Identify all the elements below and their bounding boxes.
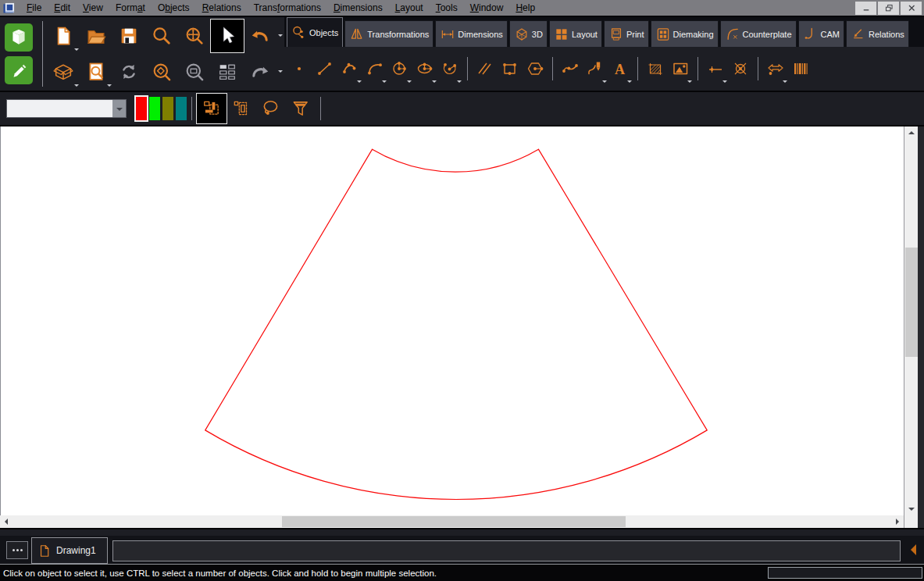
document-tabs: Drawing1 (28, 536, 108, 564)
menu-view[interactable]: View (77, 0, 109, 16)
swatch-green[interactable] (149, 97, 160, 120)
arc-3pt-button[interactable] (437, 53, 462, 84)
select-arrow-button[interactable] (211, 20, 244, 52)
cone-development-outline[interactable] (205, 149, 707, 499)
double-arrow-icon (766, 59, 785, 78)
lasso-button[interactable] (256, 94, 286, 123)
tab-label: Layout (572, 30, 598, 39)
refresh-button[interactable] (112, 55, 145, 88)
point-button[interactable] (287, 53, 312, 84)
application-icon[interactable] (3, 2, 16, 14)
vertical-scrollbar-thumb[interactable] (905, 248, 918, 357)
image-button[interactable] (668, 53, 693, 84)
tab-print[interactable]: Print (604, 20, 649, 47)
menu-window[interactable]: Window (464, 0, 510, 16)
arc-start-button[interactable] (337, 53, 362, 84)
tab-cam[interactable]: CAM (798, 20, 844, 47)
menu-tools[interactable]: Tools (430, 0, 464, 16)
new-document-button[interactable] (47, 20, 80, 52)
menu-transformations[interactable]: Transformations (248, 0, 327, 16)
freehand-pen-icon (586, 59, 605, 78)
select-objects-icon (202, 98, 222, 119)
line-button[interactable] (312, 53, 337, 84)
menu-layout[interactable]: Layout (389, 0, 430, 16)
center-mark-button[interactable] (728, 53, 753, 84)
svg-text:A: A (615, 62, 625, 77)
spline-icon (561, 59, 580, 78)
menu-relations[interactable]: Relations (196, 0, 248, 16)
pan-zoom-button[interactable] (178, 20, 211, 52)
zoom-icon (151, 25, 173, 47)
tab-transformations[interactable]: Transformations (344, 20, 433, 47)
tab-overflow-button[interactable] (6, 541, 28, 559)
edit-pencil-button[interactable] (5, 56, 33, 84)
rectangle-button[interactable] (498, 53, 523, 84)
hatch-button[interactable] (643, 53, 668, 84)
style-combo-dropdown-button[interactable] (112, 100, 126, 117)
tab-strip-collapse-button[interactable] (907, 542, 919, 558)
circle-button[interactable] (387, 53, 412, 84)
print-preview-icon (85, 61, 107, 83)
text-button[interactable]: A (608, 53, 633, 84)
close-button[interactable] (901, 2, 922, 15)
select-inside-button[interactable] (227, 94, 256, 123)
open-folder-icon (85, 25, 107, 47)
redo-button[interactable] (244, 55, 284, 88)
tab-layout[interactable]: Layout (549, 20, 602, 47)
window-layout-button[interactable] (211, 55, 244, 88)
save-button[interactable] (112, 20, 145, 52)
point-icon (291, 59, 309, 78)
polygon-button[interactable] (523, 53, 548, 84)
spline-button[interactable] (558, 53, 583, 84)
style-combo-input[interactable] (7, 100, 112, 117)
dimension-line-button[interactable] (703, 53, 728, 84)
tab-dimensions[interactable]: Dimensions (435, 20, 507, 47)
parallel-lines-icon (476, 59, 494, 78)
freehand-pen-button[interactable] (583, 53, 608, 84)
scroll-up-button[interactable] (904, 127, 918, 139)
tab-objects[interactable]: Objects (287, 17, 343, 47)
select-objects-button[interactable] (197, 94, 227, 123)
scroll-down-button[interactable] (904, 503, 918, 515)
horizontal-scrollbar-thumb[interactable] (282, 516, 626, 527)
swatch-olive[interactable] (162, 97, 173, 120)
barcode-button[interactable] (788, 53, 813, 84)
scroll-right-button[interactable] (891, 515, 904, 528)
menu-file[interactable]: File (20, 0, 48, 16)
tab-relations[interactable]: Relations (846, 20, 909, 47)
swatch-red[interactable] (136, 97, 147, 120)
undo-button[interactable] (244, 20, 284, 52)
open-folder-button[interactable] (80, 20, 112, 52)
tab-3d[interactable]: 3D (509, 20, 548, 47)
menu-format[interactable]: Format (109, 0, 152, 16)
double-arrow-button[interactable] (763, 53, 788, 84)
vertical-scrollbar[interactable] (904, 127, 918, 515)
horizontal-scrollbar[interactable] (0, 515, 904, 528)
filter-funnel-button[interactable] (286, 94, 316, 123)
arc-end-button[interactable] (362, 53, 387, 84)
menu-help[interactable]: Help (509, 0, 541, 16)
drawing-surface[interactable] (0, 127, 904, 515)
zoom-selection-button[interactable] (145, 55, 178, 88)
app-logo-button[interactable] (5, 23, 33, 52)
restore-button[interactable] (878, 2, 899, 15)
document-tab-drawing1[interactable]: Drawing1 (31, 537, 108, 564)
arc-3pt-icon (441, 59, 459, 78)
zoom-window-button[interactable] (178, 55, 211, 88)
swatch-teal[interactable] (176, 97, 187, 120)
print-preview-button[interactable] (80, 55, 112, 88)
scroll-left-button[interactable] (0, 515, 12, 528)
minimize-button[interactable] (855, 2, 876, 15)
package-box-button[interactable] (47, 55, 80, 88)
menu-edit[interactable]: Edit (48, 0, 77, 16)
zoom-button[interactable] (145, 20, 178, 52)
ribbon-tab-strip: ObjectsTransformationsDimensions3DLayout… (284, 17, 924, 47)
ellipse-button[interactable] (412, 53, 437, 84)
menu-dimensions[interactable]: Dimensions (327, 0, 389, 16)
barcode-icon (791, 59, 810, 78)
tab-diemaking[interactable]: Diemaking (651, 20, 719, 47)
close-icon (907, 3, 916, 12)
parallel-lines-button[interactable] (473, 53, 498, 84)
tab-counterplate[interactable]: Counterplate (720, 20, 797, 47)
menu-objects[interactable]: Objects (152, 0, 196, 16)
